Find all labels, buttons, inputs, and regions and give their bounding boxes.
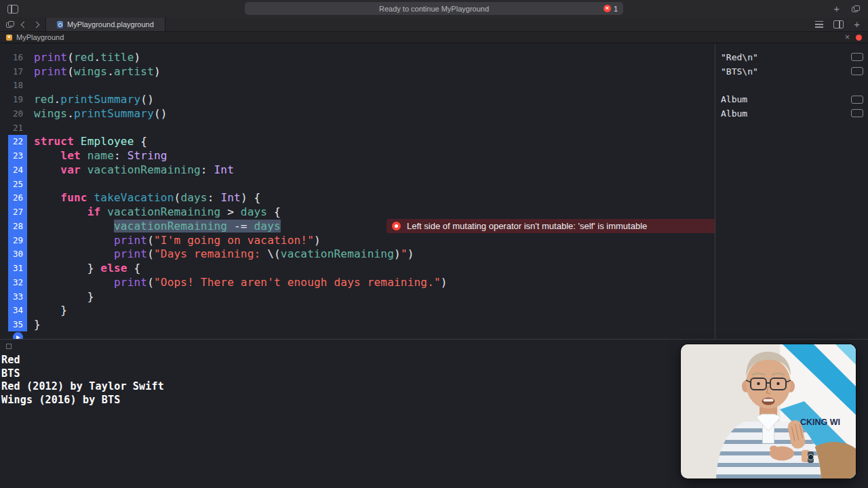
playground-icon bbox=[6, 35, 12, 41]
code-token: ) bbox=[408, 247, 414, 260]
add-tab-icon[interactable]: + bbox=[833, 3, 840, 14]
code-token: . bbox=[54, 93, 61, 106]
code-token: -= bbox=[227, 220, 254, 232]
code-line[interactable]: 20wings.printSummary() bbox=[0, 106, 715, 121]
code-token: vacationRemaining bbox=[87, 163, 201, 176]
result-value: Album bbox=[721, 94, 747, 104]
code-token: struct bbox=[34, 135, 74, 148]
result-toggle-button[interactable] bbox=[851, 67, 863, 75]
result-toggle-button[interactable] bbox=[851, 53, 863, 61]
code-token: wings bbox=[74, 65, 107, 78]
code-token: } bbox=[34, 304, 67, 317]
editor-options-icon[interactable] bbox=[815, 21, 823, 28]
jump-bar-item[interactable]: MyPlayground bbox=[16, 33, 64, 41]
code-token: days bbox=[241, 205, 267, 218]
tab-bar: MyPlayground.playground + bbox=[0, 18, 868, 32]
code-token: print bbox=[34, 65, 67, 78]
code-line[interactable]: 31 } else { bbox=[0, 261, 715, 275]
code-token: else bbox=[100, 262, 127, 274]
code-token: Employee bbox=[81, 135, 134, 148]
code-line[interactable]: 21 bbox=[0, 121, 715, 135]
activity-status-pill[interactable]: Ready to continue MyPlayground 1 bbox=[245, 2, 623, 15]
code-line[interactable]: 29 print("I'm going on vacation!") bbox=[0, 233, 715, 247]
tab-overview-icon[interactable] bbox=[852, 5, 860, 12]
code-text: func takeVacation(days: Int) { bbox=[27, 191, 260, 204]
code-text: wings.printSummary() bbox=[27, 107, 167, 120]
code-token: ( bbox=[147, 247, 154, 260]
code-text: print(red.title) bbox=[27, 51, 140, 64]
code-token: : bbox=[114, 149, 127, 162]
tab-myplayground[interactable]: MyPlayground.playground bbox=[45, 18, 165, 31]
add-editor-icon[interactable] bbox=[833, 20, 844, 28]
tab-label: MyPlayground.playground bbox=[67, 20, 154, 28]
window-layout-icon[interactable] bbox=[7, 5, 18, 14]
nav-back-icon[interactable] bbox=[21, 21, 28, 28]
code-token: ) bbox=[441, 276, 448, 289]
result-value: "Red\n" bbox=[721, 52, 758, 62]
code-token: "Days remaining: bbox=[154, 247, 267, 260]
new-editor-icon[interactable]: + bbox=[854, 19, 860, 29]
code-token: . bbox=[107, 65, 114, 78]
code-token: ( bbox=[67, 65, 74, 78]
code-token: printSummary bbox=[74, 107, 154, 120]
code-token bbox=[34, 220, 114, 232]
code-token: days bbox=[180, 191, 207, 204]
code-token: print bbox=[114, 247, 147, 260]
code-token: () bbox=[154, 107, 167, 120]
nav-forward-icon[interactable] bbox=[33, 21, 40, 28]
line-number: 29 bbox=[8, 233, 27, 247]
code-text: } bbox=[27, 304, 67, 317]
code-line[interactable]: 18 bbox=[0, 79, 715, 93]
code-token: func bbox=[60, 191, 87, 204]
code-line[interactable]: 24 var vacationRemaining: Int bbox=[0, 163, 715, 177]
close-icon[interactable]: × bbox=[845, 33, 850, 41]
error-banner[interactable]: Left side of mutating operator isn't mut… bbox=[387, 219, 715, 233]
issue-count[interactable]: 1 bbox=[604, 2, 618, 15]
code-token: name bbox=[87, 149, 114, 162]
run-button[interactable] bbox=[13, 332, 23, 339]
code-lines[interactable]: 16print(red.title)17print(wings.artist)1… bbox=[0, 44, 715, 339]
code-line[interactable]: 16print(red.title) bbox=[0, 50, 715, 64]
code-line[interactable]: 30 print("Days remaining: \(vacationRema… bbox=[0, 247, 715, 262]
code-token bbox=[34, 205, 87, 218]
code-token: print bbox=[114, 234, 147, 247]
code-token: Int bbox=[220, 191, 241, 204]
line-number: 21 bbox=[8, 121, 27, 135]
console-resize-grip[interactable] bbox=[6, 344, 12, 349]
line-number: 20 bbox=[8, 106, 27, 121]
code-text: var vacationRemaining: Int bbox=[27, 163, 234, 176]
code-text: red.printSummary() bbox=[27, 93, 154, 106]
result-toggle-button[interactable] bbox=[851, 96, 863, 104]
code-line[interactable]: 27 if vacationRemaining > days { bbox=[0, 205, 715, 219]
result-toggle-button[interactable] bbox=[851, 109, 863, 117]
line-number: 16 bbox=[8, 50, 27, 64]
code-line[interactable]: 25 bbox=[0, 177, 715, 191]
code-line[interactable]: 28 vacationRemaining -= daysLeft side of… bbox=[0, 219, 715, 233]
line-number: 27 bbox=[8, 205, 27, 219]
code-line[interactable]: 19red.printSummary() bbox=[0, 92, 715, 106]
line-number: 34 bbox=[8, 304, 27, 318]
code-text: print("Oops! There aren't enough days re… bbox=[27, 276, 448, 289]
code-text: } bbox=[27, 318, 41, 331]
code-token: days bbox=[254, 220, 281, 232]
code-token: : bbox=[201, 163, 214, 176]
code-line[interactable]: 34 } bbox=[0, 304, 715, 318]
code-text: let name: String bbox=[27, 149, 167, 162]
code-token: ( bbox=[147, 276, 154, 289]
code-line[interactable]: 22struct Employee { bbox=[0, 135, 715, 149]
code-line[interactable]: 32 print("Oops! There aren't enough days… bbox=[0, 275, 715, 289]
show-all-tabs-icon[interactable] bbox=[6, 21, 14, 28]
code-line[interactable]: 35} bbox=[0, 317, 715, 331]
code-text: vacationRemaining -= days bbox=[27, 220, 281, 232]
code-token: print bbox=[34, 51, 67, 64]
code-token: if bbox=[87, 205, 101, 218]
code-line[interactable]: 17print(wings.artist) bbox=[0, 64, 715, 79]
code-token: ( bbox=[174, 191, 181, 204]
code-token: printSummary bbox=[60, 93, 140, 106]
watch-face bbox=[808, 454, 813, 460]
code-line[interactable]: 33 } bbox=[0, 289, 715, 304]
code-line[interactable]: 26 func takeVacation(days: Int) { bbox=[0, 191, 715, 205]
code-token: red bbox=[34, 93, 54, 106]
code-line[interactable]: 23 let name: String bbox=[0, 148, 715, 163]
code-token bbox=[34, 234, 114, 247]
